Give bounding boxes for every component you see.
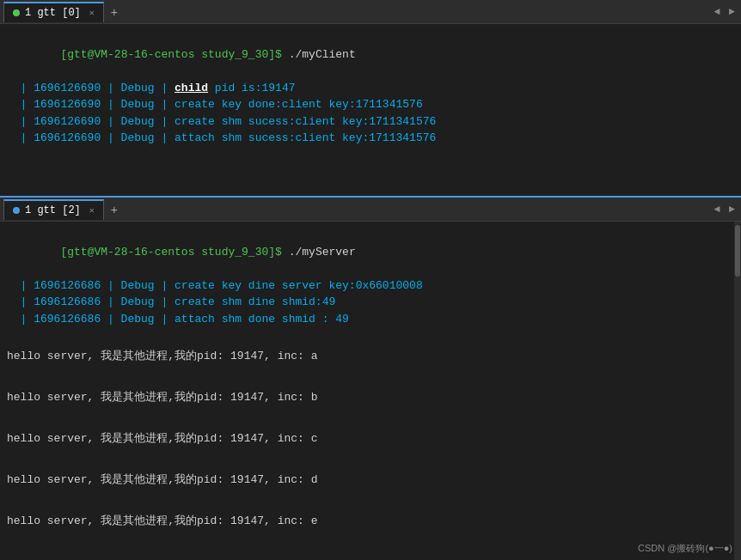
bottom-tab-dot xyxy=(13,207,20,214)
top-line-0: [gtt@VM-28-16-centos study_9_30]$ ./myCl… xyxy=(7,29,734,80)
bottom-hello-d: hello server, 我是其他进程,我的pid: 19147, inc: … xyxy=(7,468,734,493)
bottom-hello-b: hello server, 我是其他进程,我的pid: 19147, inc: … xyxy=(7,386,734,411)
top-line-4: | 1696126690 | Debug | attach shm sucess… xyxy=(7,130,734,147)
scrollbar-thumb[interactable] xyxy=(735,225,740,277)
tab-dot-green xyxy=(13,9,20,16)
top-tab-label: 1 gtt [0] xyxy=(25,7,81,19)
top-tab[interactable]: 1 gtt [0] ✕ xyxy=(3,2,104,22)
bottom-arrow-right[interactable]: ► xyxy=(726,204,738,216)
bottom-tab[interactable]: 1 gtt [2] ✕ xyxy=(3,199,104,220)
watermark: CSDN @搬砖狗(●一●) xyxy=(638,542,732,555)
top-term-content[interactable]: [gtt@VM-28-16-centos study_9_30]$ ./myCl… xyxy=(0,24,741,196)
bottom-term-content[interactable]: [gtt@VM-28-16-centos study_9_30]$ ./mySe… xyxy=(0,222,741,560)
top-prompt-0: [gtt@VM-28-16-centos study_9_30]$ xyxy=(60,48,288,61)
top-arrow-left[interactable]: ◄ xyxy=(712,6,723,18)
bottom-tab-bar: 1 gtt [2] ✕ + ◄ ► xyxy=(0,198,741,222)
bottom-cmd-0: ./myServer xyxy=(289,246,356,259)
bottom-line-2: | 1696126686 | Debug | create shm dine s… xyxy=(7,294,734,311)
top-line-2: | 1696126690 | Debug | create key done:c… xyxy=(7,96,734,113)
terminal-container: 1 gtt [0] ✕ + ◄ ► [gtt@VM-28-16-centos s… xyxy=(0,0,741,560)
top-pane: 1 gtt [0] ✕ + ◄ ► [gtt@VM-28-16-centos s… xyxy=(0,0,741,198)
bottom-blank-4 xyxy=(7,451,734,468)
bottom-blank-3 xyxy=(7,410,734,427)
bottom-pane: 1 gtt [2] ✕ + ◄ ► [gtt@VM-28-16-centos s… xyxy=(0,198,741,560)
top-tab-add[interactable]: + xyxy=(106,3,123,21)
bottom-prompt-0: [gtt@VM-28-16-centos study_9_30]$ xyxy=(60,246,288,259)
top-tab-bar: 1 gtt [0] ✕ + ◄ ► xyxy=(0,0,741,24)
top-cmd-0: ./myClient xyxy=(289,48,356,61)
top-tab-close[interactable]: ✕ xyxy=(89,8,95,18)
bottom-tab-add[interactable]: + xyxy=(106,201,123,218)
bottom-hello-e: hello server, 我是其他进程,我的pid: 19147, inc: … xyxy=(7,509,734,534)
bottom-tab-close[interactable]: ✕ xyxy=(89,205,95,216)
bottom-line-0: [gtt@VM-28-16-centos study_9_30]$ ./mySe… xyxy=(7,227,734,277)
scrollbar-track[interactable] xyxy=(734,222,741,560)
child-highlight: child xyxy=(175,82,208,94)
top-line-1: | 1696126690 | Debug | child pid is:1914… xyxy=(7,80,734,97)
watermark-text: CSDN @搬砖狗(●一●) xyxy=(638,542,732,555)
bottom-blank-1 xyxy=(7,327,734,344)
top-tab-arrows: ◄ ► xyxy=(712,6,738,18)
bottom-hello-a: hello server, 我是其他进程,我的pid: 19147, inc: … xyxy=(7,344,734,369)
bottom-arrow-left[interactable]: ◄ xyxy=(712,204,723,216)
bottom-tab-arrows: ◄ ► xyxy=(712,204,738,216)
bottom-line-1: | 1696126686 | Debug | create key dine s… xyxy=(7,277,734,295)
bottom-blank-2 xyxy=(7,368,734,386)
bottom-blank-5 xyxy=(7,492,734,509)
bottom-line-3: | 1696126686 | Debug | attach shm done s… xyxy=(7,311,734,328)
top-line-3: | 1696126690 | Debug | create shm sucess… xyxy=(7,113,734,131)
top-arrow-right[interactable]: ► xyxy=(726,6,738,18)
bottom-hello-c: hello server, 我是其他进程,我的pid: 19147, inc: … xyxy=(7,427,734,452)
bottom-tab-label: 1 gtt [2] xyxy=(25,204,81,216)
